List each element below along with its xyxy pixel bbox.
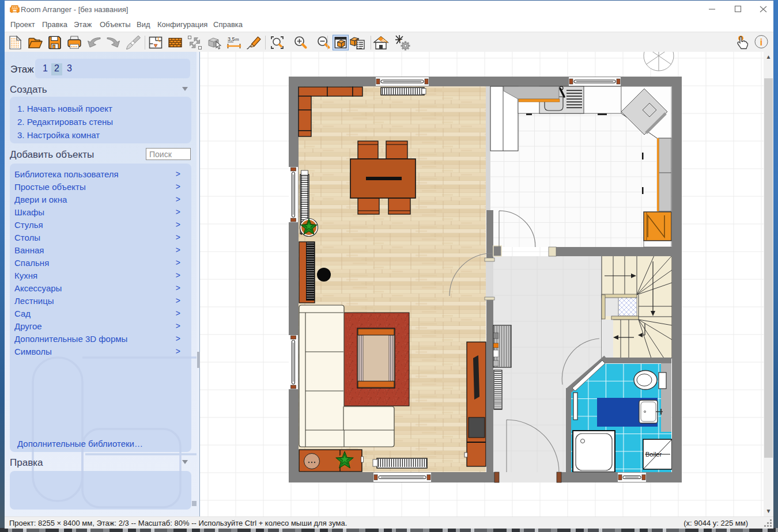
svg-text:m: m bbox=[235, 37, 239, 42]
svg-text:i: i bbox=[760, 37, 763, 48]
svg-text:3,5: 3,5 bbox=[228, 36, 235, 42]
